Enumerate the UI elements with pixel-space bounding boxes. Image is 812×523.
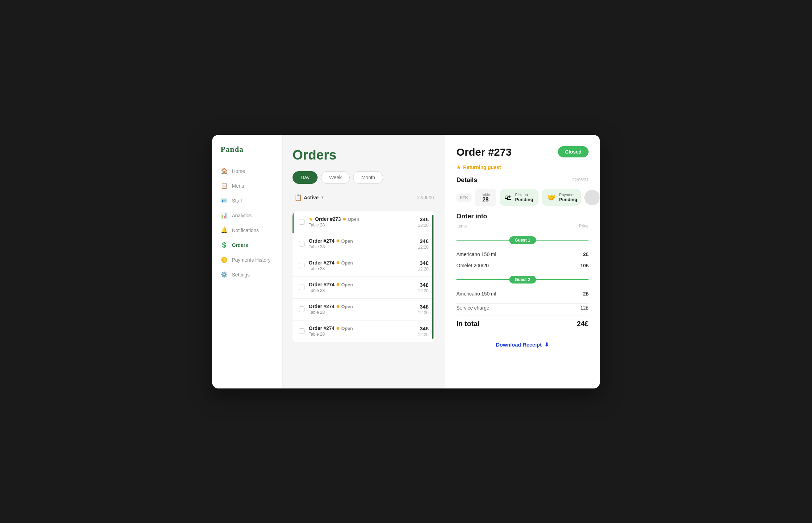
order-number: Order #274 Open xyxy=(309,260,414,266)
returning-guest-label: Returning guest xyxy=(463,164,501,170)
order-status-text: Open xyxy=(341,282,353,287)
sidebar-item-orders[interactable]: 💲 Orders xyxy=(212,238,282,253)
order-status: Open xyxy=(337,260,353,266)
pickup-status: Pending xyxy=(515,197,533,202)
order-detail-panel: Order #273 Closed ★ Returning guest Deta… xyxy=(445,135,600,388)
order-info: Order #274 Open Table 28 xyxy=(309,282,414,293)
order-right: 34£ 12:20 xyxy=(418,238,429,250)
guest1-separator: Guest 1 xyxy=(456,236,589,244)
order-row[interactable]: Order #274 Open Table 28 34£ 12:20 xyxy=(293,320,435,342)
bag-icon: 🛍 xyxy=(505,193,512,201)
item-price: 2£ xyxy=(583,291,589,297)
item-name: Americano 150 ml xyxy=(456,291,496,297)
order-status-text: Open xyxy=(341,304,353,309)
guest2-separator: Guest 2 xyxy=(456,276,589,284)
order-table: Table 28 xyxy=(309,244,414,249)
guest2-badge: Guest 2 xyxy=(509,276,536,284)
item-name: Americano 150 ml xyxy=(456,251,496,257)
order-status: Open xyxy=(337,326,353,331)
total-value: 24£ xyxy=(577,320,589,328)
settings-icon: ⚙️ xyxy=(221,271,228,278)
status-dot xyxy=(337,239,339,242)
order-right: 34£ 12:20 xyxy=(418,282,429,293)
total-row: In total 24£ xyxy=(456,316,589,329)
order-checkbox[interactable] xyxy=(299,306,304,312)
order-checkbox[interactable] xyxy=(299,219,304,225)
order-status-text: Open xyxy=(347,217,359,222)
orders-header: 📋 Active ▼ 22/06/21 xyxy=(293,191,435,204)
order-time: 12:20 xyxy=(418,267,429,272)
payment-card: 🤝 Payment Pending xyxy=(542,189,581,206)
order-price: 34£ xyxy=(418,216,429,222)
sidebar-item-staff[interactable]: 🪪 Staff xyxy=(212,193,282,208)
order-table: Table 28 xyxy=(309,266,414,271)
order-status: Open xyxy=(337,304,353,309)
download-receipt-button[interactable]: Download Receipt ⬇ xyxy=(456,338,589,351)
sidebar-item-notifications[interactable]: 🔔 Notifications xyxy=(212,223,282,238)
order-checkbox[interactable] xyxy=(299,328,304,334)
chevron-down-icon: ▼ xyxy=(321,195,324,199)
detail-order-number: Order #273 xyxy=(456,146,512,158)
order-right: 34£ 12:20 xyxy=(418,325,429,337)
order-number: Order #274 Open xyxy=(309,238,414,244)
order-table: Table 28 xyxy=(309,332,414,337)
order-right: 34£ 12:20 xyxy=(418,304,429,315)
day-button[interactable]: Day xyxy=(293,171,318,184)
ktk-label: KTK xyxy=(456,193,472,202)
sidebar-item-label: Notifications xyxy=(232,228,259,233)
order-price: 34£ xyxy=(418,304,429,310)
total-label: In total xyxy=(456,320,480,328)
sidebar-item-home[interactable]: 🏠 Home xyxy=(212,164,282,179)
month-button[interactable]: Month xyxy=(353,171,383,184)
order-row[interactable]: Order #274 Open Table 28 34£ 12:20 xyxy=(293,255,435,277)
analytics-icon: 📊 xyxy=(221,212,228,219)
payment-status: Pending xyxy=(559,197,577,202)
sidebar-item-analytics[interactable]: 📊 Analytics xyxy=(212,208,282,223)
item-price: 10£ xyxy=(580,263,589,268)
order-price: 34£ xyxy=(418,260,429,266)
item-row: Americano 150 ml 2£ xyxy=(456,250,589,258)
order-number: Order #274 Open xyxy=(309,304,414,309)
order-status-text: Open xyxy=(341,326,353,331)
pickup-card: 🛍 Pick up Pending xyxy=(500,189,539,206)
week-button[interactable]: Week xyxy=(321,171,350,184)
order-checkbox[interactable] xyxy=(299,285,304,290)
order-row[interactable]: Order #274 Open Table 28 34£ 12:20 xyxy=(293,277,435,299)
order-table: Table 28 xyxy=(309,310,414,315)
app-window: Panda 🏠 Home 📋 Menu 🪪 Staff 📊 Analytics … xyxy=(212,135,600,388)
order-number-text: Order #274 xyxy=(309,304,334,309)
order-checkbox[interactable] xyxy=(299,241,304,247)
list-icon: 📋 xyxy=(293,194,304,201)
payment-icon: 🤝 xyxy=(547,193,556,202)
item-row: Americano 150 ml 2£ xyxy=(456,290,589,298)
order-info: Order #274 Open Table 28 xyxy=(309,260,414,271)
main-content: Orders Day Week Month 📋 Active ▼ 22/06/2… xyxy=(283,135,445,388)
sidebar: Panda 🏠 Home 📋 Menu 🪪 Staff 📊 Analytics … xyxy=(212,135,283,388)
order-row[interactable]: Order #274 Open Table 28 34£ 12:20 xyxy=(293,299,435,320)
status-filter[interactable]: Active ▼ xyxy=(304,195,324,200)
table-badge: Table 28 xyxy=(475,189,496,206)
order-time: 12:20 xyxy=(418,245,429,250)
order-checkbox[interactable] xyxy=(299,263,304,268)
order-info-section: Order info Items Price Guest 1 Americano… xyxy=(456,213,589,329)
order-row[interactable]: ★ Order #273 Open Table 28 34£ 12:20 xyxy=(293,211,435,233)
sidebar-item-settings[interactable]: ⚙️ Settings xyxy=(212,267,282,282)
order-right: 34£ 12:20 xyxy=(418,216,429,228)
service-row: Service charge: 12£ xyxy=(456,303,589,312)
download-label: Download Receipt xyxy=(496,342,542,348)
download-icon: ⬇ xyxy=(545,342,549,348)
order-info-title: Order info xyxy=(456,213,589,220)
sidebar-item-menu[interactable]: 📋 Menu xyxy=(212,179,282,193)
status-label: Active xyxy=(304,195,319,200)
service-label: Service charge: xyxy=(456,305,491,311)
item-price: 2£ xyxy=(583,251,589,257)
sidebar-item-payments[interactable]: 🪙 Payments History xyxy=(212,253,282,267)
table-label: Table xyxy=(481,192,490,197)
detail-header: Order #273 Closed xyxy=(456,146,589,158)
order-status-text: Open xyxy=(341,260,353,266)
sidebar-item-label: Analytics xyxy=(232,213,252,218)
sidebar-item-label: Payments History xyxy=(232,257,271,263)
order-row[interactable]: Order #274 Open Table 28 34£ 12:20 xyxy=(293,233,435,255)
guest-line xyxy=(456,279,509,280)
star-icon: ★ xyxy=(456,164,461,170)
